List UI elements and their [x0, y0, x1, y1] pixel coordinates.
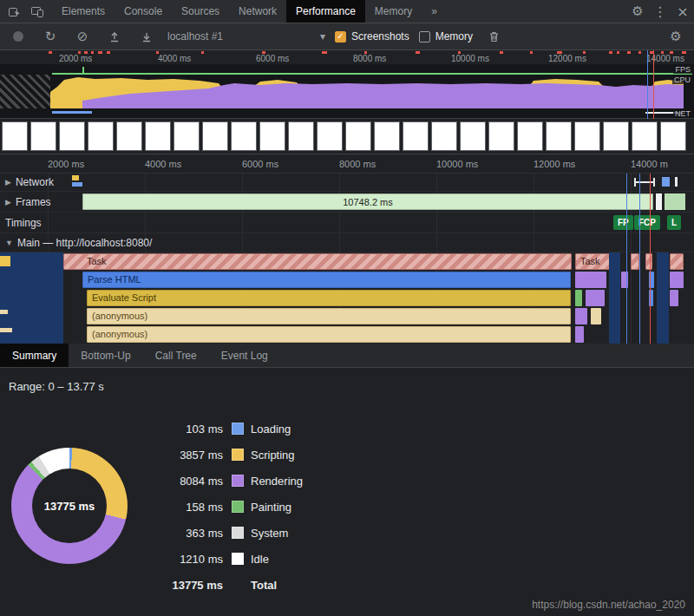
timeline-tick: 4000 ms	[145, 159, 181, 169]
screenshot-thumbnail[interactable]	[345, 121, 371, 151]
memory-checkbox[interactable]: Memory	[419, 30, 473, 43]
screenshot-thumbnail[interactable]	[374, 121, 400, 151]
tab-summary[interactable]: Summary	[0, 344, 69, 367]
tab-memory[interactable]: Memory	[365, 0, 422, 23]
overview-tick: 4000 ms	[158, 54, 191, 63]
performance-toolbar: ↻ ⊘ localhost #1 ▾ ✓ Screenshots Memory …	[0, 23, 694, 50]
legend-value: 158 ms	[160, 501, 223, 514]
tab-network[interactable]: Network	[229, 0, 286, 23]
settings-gear-icon[interactable]: ⚙	[626, 0, 649, 23]
screenshot-thumbnail[interactable]	[546, 121, 572, 151]
fcp-marker-line	[639, 174, 640, 344]
tab-elements[interactable]: Elements	[52, 0, 115, 23]
devtools-left-icons	[0, 0, 52, 23]
close-devtools-icon[interactable]: ×	[671, 0, 694, 23]
screenshots-checkbox[interactable]: ✓ Screenshots	[335, 30, 409, 43]
history-select[interactable]: localhost #1 ▾	[167, 30, 325, 43]
tab-console[interactable]: Console	[115, 0, 172, 23]
tab-call-tree[interactable]: Call Tree	[143, 344, 209, 367]
overview-tick: 14000 ms	[646, 54, 684, 63]
long-task-marker	[458, 51, 461, 54]
timeline-tracks: ▶ Network ▶ Frames 10748.2 ms Timings FP…	[0, 174, 694, 344]
timeline-tick: 10000 ms	[436, 159, 478, 169]
screenshot-thumbnail[interactable]	[59, 121, 85, 151]
network-request-whisker	[634, 178, 655, 187]
flame-fragment	[0, 328, 12, 332]
more-tabs-button[interactable]: »	[422, 0, 447, 23]
screenshot-thumbnail[interactable]	[603, 121, 629, 151]
kebab-menu-icon[interactable]: ⋮	[649, 0, 671, 23]
devtools-tab-bar: Elements Console Sources Network Perform…	[0, 0, 694, 23]
timeline-tick: 2000 ms	[48, 159, 84, 169]
garbage-collect-icon[interactable]	[482, 25, 505, 48]
screenshot-thumbnail[interactable]	[88, 121, 114, 151]
legend-label: Painting	[251, 501, 291, 514]
legend-label: Rendering	[251, 475, 303, 488]
device-toolbar-icon[interactable]	[26, 0, 49, 23]
legend-value: 13775 ms	[160, 579, 223, 592]
legend-row-loading: 103 ms Loading	[160, 416, 303, 442]
frame-segment	[665, 193, 685, 210]
legend-label: Total	[251, 579, 277, 592]
capture-settings-gear-icon[interactable]: ⚙	[665, 25, 687, 48]
main-thread-header[interactable]: ▼ Main — http://localhost:8080/	[5, 237, 152, 249]
screenshot-thumbnail[interactable]	[488, 121, 514, 151]
overview-tick: 2000 ms	[59, 54, 92, 63]
anonymous-bar[interactable]: (anonymous)	[87, 308, 571, 324]
net-activity-left	[52, 111, 92, 114]
screenshot-thumbnail[interactable]	[202, 121, 228, 151]
screenshot-thumbnail[interactable]	[288, 121, 314, 151]
network-track-header[interactable]: ▶ Network	[5, 176, 54, 188]
task-bar[interactable]: Task	[63, 253, 572, 270]
frame-duration-bar[interactable]: 10748.2 ms	[82, 193, 653, 210]
screenshot-thumbnail[interactable]	[145, 121, 171, 151]
evaluate-script-bar[interactable]: Evaluate Script	[87, 290, 571, 306]
screenshot-thumbnail[interactable]	[574, 121, 600, 151]
screenshot-thumbnail[interactable]	[259, 121, 285, 151]
timeline-overview[interactable]: 2000 ms 4000 ms 6000 ms 8000 ms 10000 ms…	[0, 50, 694, 119]
main-thread-track: ▼ Main — http://localhost:8080/	[0, 233, 694, 252]
screenshot-thumbnail[interactable]	[317, 121, 343, 151]
timings-track-header[interactable]: Timings	[5, 217, 42, 229]
painting-swatch	[232, 501, 244, 513]
overview-tick: 6000 ms	[256, 54, 289, 63]
tab-performance[interactable]: Performance	[286, 0, 365, 23]
overview-fps-track: FPS	[0, 64, 694, 75]
loading-swatch	[232, 423, 244, 435]
inspect-element-icon[interactable]	[3, 0, 26, 23]
legend-value: 3857 ms	[160, 449, 223, 462]
range-text: Range: 0 – 13.77 s	[0, 368, 694, 393]
screenshot-thumbnail[interactable]	[517, 121, 543, 151]
screenshot-thumbnail[interactable]	[460, 121, 486, 151]
anonymous-bar-2[interactable]: (anonymous)	[87, 326, 571, 343]
tab-sources[interactable]: Sources	[172, 0, 229, 23]
clear-recording-icon[interactable]: ⊘	[71, 25, 94, 48]
reload-and-record-icon[interactable]: ↻	[39, 25, 62, 48]
overview-tick: 10000 ms	[451, 54, 489, 63]
screenshot-thumbnail[interactable]	[431, 121, 457, 151]
screenshot-thumbnail[interactable]	[660, 121, 686, 151]
save-profile-icon[interactable]	[135, 25, 158, 48]
load-marker-line	[650, 174, 651, 344]
load-profile-icon[interactable]	[103, 25, 126, 48]
screenshots-checkbox-label: Screenshots	[351, 30, 409, 43]
memory-checkbox-box	[419, 31, 430, 43]
screenshot-thumbnail[interactable]	[2, 121, 28, 151]
screenshot-thumbnail[interactable]	[116, 121, 142, 151]
screenshot-thumbnail[interactable]	[30, 121, 56, 151]
frames-track-header[interactable]: ▶ Frames	[5, 196, 51, 208]
long-task-marker	[107, 51, 110, 54]
paint-segment	[575, 290, 582, 306]
parse-html-bar[interactable]: Parse HTML	[82, 272, 571, 288]
screenshot-thumbnail[interactable]	[174, 121, 200, 151]
tab-bottom-up[interactable]: Bottom-Up	[69, 344, 142, 367]
screenshot-thumbnail[interactable]	[231, 121, 257, 151]
render-segment	[575, 308, 587, 324]
record-button[interactable]	[7, 25, 29, 48]
tab-event-log[interactable]: Event Log	[209, 344, 280, 367]
screenshot-thumbnail[interactable]	[632, 121, 658, 151]
out-of-range-hatch	[0, 75, 50, 108]
screenshot-thumbnail[interactable]	[403, 121, 429, 151]
summary-panel: Range: 0 – 13.77 s 13775 ms 103 ms Loadi…	[0, 368, 694, 616]
long-task-marker	[661, 51, 664, 54]
